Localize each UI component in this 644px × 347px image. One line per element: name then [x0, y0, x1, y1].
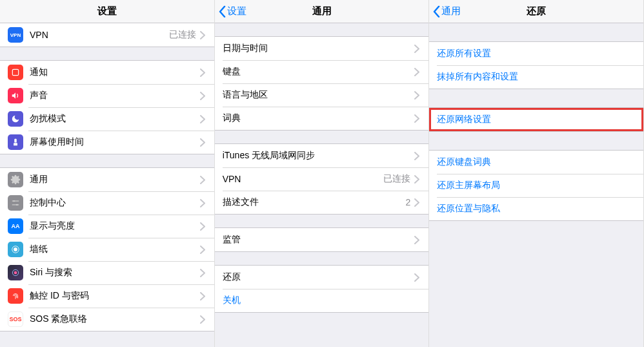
- row-label: 通用: [30, 174, 200, 185]
- row-label: 通知: [30, 67, 200, 78]
- row-label: Siri 与搜索: [30, 267, 200, 279]
- row-label: 还原网络设置: [437, 114, 634, 125]
- row-vpn[interactable]: VPNVPN已连接: [0, 23, 214, 47]
- control-center-icon: [8, 195, 23, 211]
- row-sos[interactable]: SOSSOS 紧急联络: [0, 308, 214, 331]
- general-panel: 设置 通用 日期与时间键盘语言与地区词典iTunes 无线局域网同步VPN已连接…: [215, 0, 430, 347]
- general-group: 监管: [215, 227, 429, 252]
- row-reset[interactable]: 还原: [215, 266, 429, 289]
- sos-icon: SOS: [8, 311, 23, 327]
- chevron-right-icon: [200, 92, 205, 100]
- row-erase-all[interactable]: 抹掉所有内容和设置: [429, 65, 643, 89]
- row-label: 还原位置与隐私: [437, 203, 634, 215]
- chevron-right-icon: [414, 198, 419, 207]
- chevron-right-icon: [200, 138, 205, 147]
- settings-group: 通知声音勿扰模式屏幕使用时间: [0, 60, 214, 154]
- navbar: 通用 还原: [429, 0, 643, 23]
- reset-group: 还原键盘词典还原主屏幕布局还原位置与隐私: [429, 150, 643, 221]
- row-label: VPN: [30, 30, 169, 40]
- row-profiles[interactable]: 描述文件2: [215, 191, 429, 214]
- screen-time-icon: [8, 134, 23, 150]
- row-itunes-wifi-sync[interactable]: iTunes 无线局域网同步: [215, 144, 429, 167]
- row-touchid[interactable]: 触控 ID 与密码: [0, 284, 214, 308]
- row-control-center[interactable]: 控制中心: [0, 191, 214, 215]
- vpn-icon: VPN: [8, 27, 23, 43]
- svg-rect-0: [12, 69, 18, 75]
- row-label: 词典: [223, 112, 415, 124]
- row-vpn-general[interactable]: VPN已连接: [215, 167, 429, 191]
- row-label: 声音: [30, 90, 200, 101]
- row-shutdown[interactable]: 关机: [215, 289, 429, 312]
- row-reset-keyboard-dict[interactable]: 还原键盘词典: [429, 151, 643, 174]
- row-label: 触控 ID 与密码: [30, 290, 200, 302]
- row-reset-all-settings[interactable]: 还原所有设置: [429, 42, 643, 65]
- row-detail: 已连接: [383, 173, 410, 185]
- row-display[interactable]: AA显示与亮度: [0, 215, 214, 238]
- reset-panel: 通用 还原 还原所有设置抹掉所有内容和设置还原网络设置还原键盘词典还原主屏幕布局…: [429, 0, 644, 347]
- notifications-icon: [8, 65, 23, 80]
- chevron-left-icon: [219, 6, 226, 17]
- row-supervision[interactable]: 监管: [215, 228, 429, 251]
- row-label: 关机: [223, 295, 420, 306]
- reset-group: 还原所有设置抹掉所有内容和设置: [429, 41, 643, 89]
- reset-list[interactable]: 还原所有设置抹掉所有内容和设置还原网络设置还原键盘词典还原主屏幕布局还原位置与隐…: [429, 23, 643, 347]
- chevron-right-icon: [200, 31, 205, 39]
- row-label: 屏幕使用时间: [30, 136, 200, 148]
- page-title: 通用: [312, 5, 332, 17]
- row-label: 监管: [223, 234, 415, 246]
- chevron-right-icon: [200, 199, 205, 207]
- general-list[interactable]: 日期与时间键盘语言与地区词典iTunes 无线局域网同步VPN已连接描述文件2监…: [215, 23, 429, 347]
- row-siri[interactable]: Siri 与搜索: [0, 261, 214, 284]
- page-title: 设置: [97, 5, 117, 17]
- row-wallpaper[interactable]: 墙纸: [0, 238, 214, 261]
- chevron-right-icon: [414, 114, 419, 123]
- sounds-icon: [8, 88, 23, 103]
- settings-list[interactable]: VPNVPN已连接通知声音勿扰模式屏幕使用时间通用控制中心AA显示与亮度墙纸Si…: [0, 23, 214, 347]
- chevron-right-icon: [414, 175, 419, 184]
- row-general[interactable]: 通用: [0, 168, 214, 191]
- navbar: 设置: [0, 0, 214, 23]
- row-reset-location-privacy[interactable]: 还原位置与隐私: [429, 197, 643, 220]
- chevron-right-icon: [414, 152, 419, 160]
- row-dictionary[interactable]: 词典: [215, 107, 429, 130]
- general-group: iTunes 无线局域网同步VPN已连接描述文件2: [215, 143, 429, 215]
- row-do-not-disturb[interactable]: 勿扰模式: [0, 107, 214, 131]
- row-label: 墙纸: [30, 244, 200, 255]
- row-screen-time[interactable]: 屏幕使用时间: [0, 131, 214, 154]
- chevron-right-icon: [414, 45, 419, 53]
- display-icon: AA: [8, 218, 23, 234]
- row-label: 还原: [223, 271, 415, 283]
- row-label: 还原键盘词典: [437, 156, 634, 168]
- chevron-right-icon: [200, 269, 205, 277]
- general-group: 还原关机: [215, 265, 429, 313]
- chevron-right-icon: [200, 292, 205, 300]
- row-notifications[interactable]: 通知: [0, 61, 214, 84]
- page-title: 还原: [527, 5, 546, 17]
- row-date-time[interactable]: 日期与时间: [215, 37, 429, 60]
- row-reset-network[interactable]: 还原网络设置: [429, 108, 643, 131]
- back-button[interactable]: 通用: [433, 5, 461, 17]
- chevron-right-icon: [200, 222, 205, 231]
- row-label: 语言与地区: [223, 89, 415, 101]
- row-detail: 2: [406, 197, 411, 207]
- chevron-right-icon: [200, 68, 205, 77]
- touchid-icon: [8, 288, 23, 304]
- row-sounds[interactable]: 声音: [0, 84, 214, 107]
- back-button[interactable]: 设置: [219, 5, 247, 17]
- back-label: 通用: [441, 5, 461, 17]
- settings-group: 通用控制中心AA显示与亮度墙纸Siri 与搜索触控 ID 与密码SOSSOS 紧…: [0, 167, 214, 331]
- back-label: 设置: [227, 5, 247, 17]
- chevron-right-icon: [414, 273, 419, 282]
- svg-point-8: [14, 247, 17, 251]
- row-keyboard[interactable]: 键盘: [215, 60, 429, 83]
- chevron-right-icon: [200, 246, 205, 254]
- settings-group: VPNVPN已连接: [0, 23, 214, 47]
- row-label: 日期与时间: [223, 43, 415, 54]
- svg-rect-1: [14, 139, 17, 143]
- svg-rect-7: [12, 204, 19, 205]
- general-icon: [8, 172, 23, 187]
- row-label: 描述文件: [223, 196, 406, 208]
- row-language-region[interactable]: 语言与地区: [215, 83, 429, 107]
- chevron-right-icon: [200, 115, 205, 123]
- row-reset-home-layout[interactable]: 还原主屏幕布局: [429, 174, 643, 197]
